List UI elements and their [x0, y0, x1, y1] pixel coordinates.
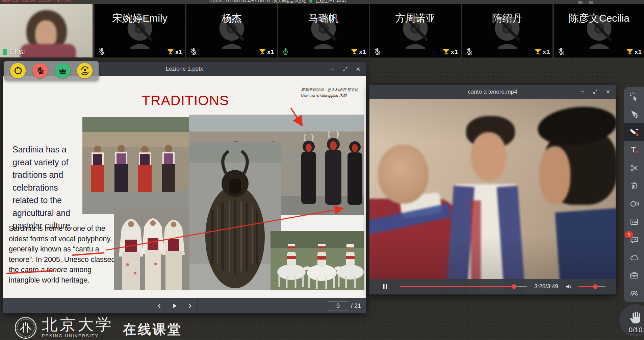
photo-mamuthones	[189, 142, 281, 290]
trophy-badge: x1	[350, 48, 366, 56]
pku-seal-logo	[14, 316, 37, 339]
student-tile[interactable]: 方周诺亚x1	[370, 4, 461, 57]
volume-fill	[578, 286, 595, 287]
trophy-icon	[626, 48, 634, 56]
trophy-icon	[258, 48, 266, 56]
video-titlebar[interactable]: canto a tenore.mp4	[369, 85, 616, 99]
prev-page-button[interactable]	[152, 298, 167, 313]
corner-note-line2: Giummarra Giuseppina 朱婧	[301, 93, 362, 98]
maximize-button[interactable]	[339, 62, 352, 76]
trophy-icon	[350, 48, 358, 56]
branding: 北京大学 PEKING UNIVERSITY 在线课堂	[14, 316, 182, 339]
student-name: 宋婉婷Emily	[104, 12, 176, 24]
tool-responder[interactable]	[624, 195, 644, 213]
mute-mic-button[interactable]	[32, 63, 48, 78]
video-player-window: canto a tenore.mp4 3:26/3:49	[369, 84, 616, 295]
raise-hand-count: 0/10	[622, 326, 644, 334]
video-vignette	[369, 99, 616, 294]
minimize-button[interactable]	[576, 85, 589, 98]
tool-toolbox[interactable]	[624, 266, 644, 284]
time-label: 3:26/3:49	[534, 283, 558, 290]
trophy-badge: x1	[166, 48, 182, 56]
student-name: 马璐帆	[287, 12, 360, 24]
progress-fill	[400, 286, 514, 287]
separator	[197, 298, 198, 313]
trophy-count: x1	[543, 48, 550, 56]
nav-lead-space	[3, 298, 152, 313]
volume-handle[interactable]	[593, 284, 598, 289]
teacher-name: Giusi	[9, 48, 25, 56]
tool-answer-board[interactable]	[624, 213, 644, 230]
pause-button[interactable]	[381, 283, 389, 291]
trophy-count: x1	[635, 48, 642, 56]
page-total-label: / 21	[351, 302, 361, 310]
university-name-en: PEKING UNIVERSITY	[42, 334, 113, 338]
mute-mic-icon	[36, 66, 45, 75]
scissors-icon	[629, 163, 639, 173]
student-tile[interactable]: 宋婉婷Emilyx1	[95, 4, 185, 57]
trophy-badge: x1	[534, 48, 550, 56]
switch-camera-button[interactable]	[77, 63, 93, 78]
play-slideshow-button[interactable]	[167, 298, 182, 313]
slide-corner-note: 暑期学校2020 · 意大利语言与文化 Giummarra Giuseppina…	[301, 87, 362, 99]
photo-horsemen	[271, 231, 364, 290]
ppt-window: Lezione 1.pptx	[3, 62, 366, 313]
crown-reward-button[interactable]	[55, 63, 70, 78]
class-id-text: sqkx2020-00000000-4257000000-?意大利语言和文化 已…	[209, 0, 347, 4]
ppt-window-controls	[326, 62, 364, 76]
tool-eraser-trash[interactable]	[624, 177, 644, 195]
trophy-icon	[442, 48, 450, 56]
next-page-button[interactable]	[182, 298, 197, 313]
answer-board-icon	[629, 217, 639, 226]
photo-parade-women	[82, 117, 189, 214]
tool-members[interactable]	[624, 284, 644, 302]
trophy-badge: x1	[258, 48, 274, 56]
close-button[interactable]	[352, 62, 364, 76]
tool-scissors[interactable]	[624, 159, 644, 177]
student-tile[interactable]: 杨杰x1	[186, 4, 277, 57]
progress-handle[interactable]	[512, 284, 516, 289]
teacher-shoulders	[20, 44, 76, 57]
close-button[interactable]	[601, 85, 614, 98]
cloud-disk-icon	[629, 253, 639, 262]
mic-on-badge	[3, 49, 7, 55]
trophy-count: x1	[359, 48, 366, 56]
student-tile[interactable]: 马璐帆x1	[278, 4, 369, 57]
laser-pointer-icon	[629, 92, 639, 101]
student-name: 方周诺亚	[379, 12, 452, 24]
apps-icon[interactable]	[589, 1, 593, 4]
video-frame[interactable]: 3:26/3:49	[369, 99, 616, 294]
undo-button[interactable]	[10, 63, 26, 78]
top-status-bar: delay 0.2s · loss 0% · cpu 2% · mem 40% …	[0, 0, 644, 4]
tool-text[interactable]	[624, 141, 644, 159]
speaker-icon[interactable]	[565, 283, 573, 291]
minimize-button[interactable]	[326, 62, 339, 76]
tool-chat[interactable]: 1	[624, 230, 644, 248]
slide-canvas[interactable]: TRADITIONS 暑期学校2020 · 意大利语言与文化 Giummarra…	[3, 76, 366, 298]
tool-laser-pointer[interactable]	[624, 87, 644, 105]
page-number-input[interactable]: 9	[328, 301, 348, 311]
text-icon	[629, 145, 639, 155]
trophy-badge: x1	[626, 48, 642, 56]
toolbox-icon	[629, 271, 639, 280]
teacher-video-tile[interactable]: Giusi	[0, 4, 93, 57]
tool-cloud-disk[interactable]	[624, 248, 644, 266]
university-name-block: 北京大学 PEKING UNIVERSITY	[42, 316, 113, 338]
student-tile[interactable]: 陈彦文Ceciliax1	[554, 4, 644, 57]
maximize-button[interactable]	[589, 85, 601, 98]
trophy-badge: x1	[442, 48, 458, 56]
tool-pen[interactable]	[624, 123, 644, 141]
tool-select-move[interactable]	[624, 105, 644, 123]
elapsed-label: 已经进行 0:40:47	[316, 0, 346, 4]
speaker-icon[interactable]	[578, 1, 583, 4]
members-icon	[629, 289, 639, 298]
volume-slider[interactable]	[578, 286, 606, 287]
progress-bar[interactable]	[400, 286, 527, 287]
network-stats-text: delay 0.2s · loss 0% · cpu 2% · mem 40%	[2, 0, 71, 2]
crown-reward-icon	[58, 66, 67, 75]
trophy-count: x1	[267, 48, 274, 56]
tools-sidebar: 1	[624, 87, 644, 302]
teacher-label: Giusi	[3, 48, 25, 56]
student-name: 杨杰	[196, 12, 268, 24]
student-tile[interactable]: 隋绍丹x1	[462, 4, 552, 57]
